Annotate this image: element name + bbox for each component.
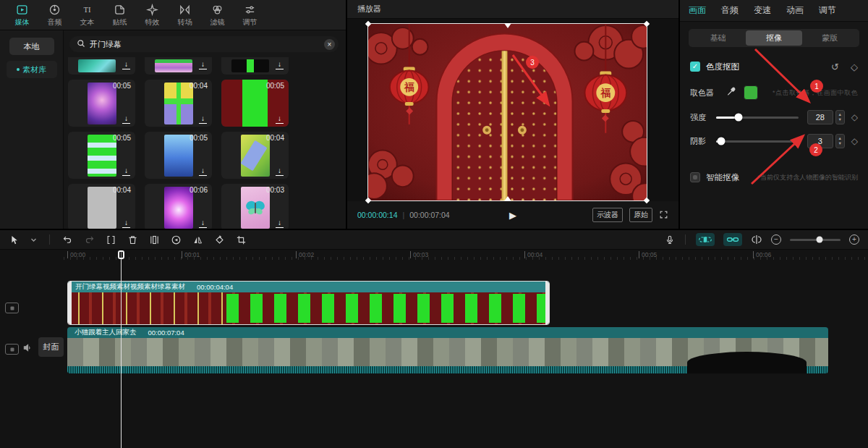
timeline-ruler[interactable]: 00:00 00:01 00:02 00:03 00:04 00:05 00:0… — [0, 250, 868, 261]
eyedropper-icon[interactable] — [726, 86, 736, 99]
strength-keyframe-icon[interactable]: ◇ — [851, 112, 858, 122]
download-icon[interactable]: ↓ — [122, 115, 130, 124]
download-icon[interactable]: ↓ — [122, 167, 130, 176]
shadow-slider-knob[interactable] — [717, 138, 725, 145]
strength-slider[interactable] — [716, 117, 799, 119]
freeze-frame-icon[interactable] — [149, 234, 160, 245]
picked-color-swatch[interactable] — [744, 85, 758, 100]
tab-adjustment[interactable]: 调节 — [819, 4, 836, 17]
library-item[interactable]: 00:05↓ — [68, 132, 135, 179]
selection-handle-top[interactable] — [504, 23, 511, 28]
library-item[interactable]: ↓ — [68, 57, 135, 75]
magnetic-snap-toggle[interactable] — [696, 233, 715, 246]
nav-local[interactable]: 本地 — [9, 38, 54, 55]
library-item[interactable]: 00:06↓ — [145, 184, 212, 229]
record-mic-icon[interactable] — [665, 234, 675, 245]
track1-toggle-icon[interactable] — [5, 303, 19, 313]
tab-speed[interactable]: 变速 — [754, 4, 771, 17]
chroma-key-checkbox[interactable]: ✓ — [690, 62, 700, 72]
preview-axis-icon[interactable] — [751, 234, 762, 245]
shadow-stepper[interactable]: ▲▼ — [835, 134, 845, 148]
tab-adjust[interactable]: 调节 — [234, 4, 266, 28]
smart-key-checkbox[interactable] — [690, 172, 700, 182]
download-icon[interactable]: ↓ — [122, 61, 130, 69]
tab-audio-settings[interactable]: 音频 — [721, 4, 739, 17]
shadow-slider[interactable] — [716, 140, 799, 143]
track2-mute-icon[interactable] — [22, 342, 33, 355]
download-icon[interactable]: ↓ — [199, 167, 207, 176]
subtab-basic[interactable]: 基础 — [690, 30, 746, 46]
select-tool-chevron-icon[interactable] — [30, 237, 37, 243]
strength-stepper[interactable]: ▲▼ — [835, 110, 845, 124]
download-icon[interactable]: ↓ — [276, 61, 284, 69]
delete-icon[interactable] — [127, 234, 138, 245]
undo-icon[interactable] — [62, 234, 73, 245]
crop-icon[interactable] — [236, 234, 247, 245]
download-icon[interactable]: ↓ — [199, 219, 207, 228]
library-item[interactable]: 00:04↓ — [221, 132, 289, 179]
scope-button[interactable]: 示波器 — [592, 208, 623, 222]
track2-toggle-icon[interactable] — [5, 344, 19, 355]
shadow-value[interactable]: 3 — [807, 134, 833, 148]
zoom-out-icon[interactable]: − — [771, 234, 781, 245]
timeline-zoom-knob[interactable] — [816, 237, 822, 243]
library-item[interactable]: 00:05↓ — [68, 80, 135, 127]
search-input[interactable] — [90, 40, 320, 48]
redo-icon[interactable] — [84, 234, 95, 245]
strength-value[interactable]: 28 — [807, 110, 833, 124]
select-tool-icon[interactable] — [9, 234, 20, 245]
split-icon[interactable] — [106, 234, 116, 245]
video-canvas[interactable]: 福 福 — [367, 23, 647, 201]
zoom-in-icon[interactable]: + — [849, 234, 859, 245]
search-clear-icon[interactable]: × — [324, 39, 335, 50]
tab-filters[interactable]: 滤镜 — [201, 4, 234, 28]
timeline-section: − + 00:00 00:01 00:02 00:03 00:04 00:05 … — [0, 230, 868, 448]
link-toggle[interactable] — [723, 233, 742, 246]
tab-transitions[interactable]: 转场 — [169, 4, 201, 28]
play-button[interactable]: ▶ — [509, 210, 516, 221]
reverse-icon[interactable] — [171, 234, 182, 245]
keyframe-icon[interactable]: ◇ — [851, 62, 858, 72]
tab-effects[interactable]: 特效 — [136, 4, 169, 28]
clip-cat-video[interactable]: 小猫跟着主人回家去 00:00:07:04 — [67, 327, 828, 373]
download-icon[interactable]: ↓ — [122, 219, 130, 228]
edit-tools — [9, 234, 247, 245]
playhead[interactable] — [121, 251, 122, 448]
timeline-zoom-slider[interactable] — [790, 239, 841, 241]
tab-text[interactable]: TI 文本 — [71, 4, 103, 28]
clip-green-door-header: 开门绿幕视频素材视频素材绿幕素材 00:00:04:04 — [68, 282, 549, 292]
download-icon[interactable]: ↓ — [199, 61, 207, 69]
selection-handle-bottom[interactable] — [504, 196, 511, 201]
download-icon[interactable]: ↓ — [199, 115, 207, 124]
download-icon[interactable]: ↓ — [276, 167, 284, 176]
download-icon[interactable]: ↓ — [276, 219, 284, 228]
fullscreen-icon[interactable] — [659, 210, 668, 221]
library-item[interactable]: 00:04↓ — [68, 184, 135, 229]
mirror-icon[interactable] — [192, 234, 203, 245]
download-icon[interactable]: ↓ — [276, 115, 284, 124]
cover-button[interactable]: 封面 — [38, 337, 64, 357]
library-item[interactable]: 00:04↓ — [145, 80, 212, 127]
library-item[interactable]: ↓ — [145, 57, 212, 75]
subtab-keying[interactable]: 抠像 — [746, 30, 801, 46]
tab-picture[interactable]: 画面 — [689, 4, 706, 17]
shadow-keyframe-icon[interactable]: ◇ — [851, 136, 858, 146]
tab-animation[interactable]: 动画 — [786, 4, 804, 17]
strength-row: 强度 28 ▲▼ ◇ — [680, 110, 868, 124]
tab-media[interactable]: 媒体 — [6, 4, 38, 28]
nav-library[interactable]: 素材库 — [7, 61, 57, 78]
library-item-green-door[interactable]: 00:05↓ — [221, 80, 289, 127]
original-button[interactable]: 原始 — [629, 208, 652, 222]
clip-green-door[interactable]: 开门绿幕视频素材视频素材绿幕素材 00:00:04:04 — [67, 281, 550, 325]
reset-icon[interactable]: ↺ — [831, 62, 839, 72]
library-item[interactable]: 00:03 ↓ — [221, 184, 289, 229]
playhead-handle[interactable] — [118, 250, 124, 259]
library-item[interactable]: ↓ — [221, 57, 289, 75]
tab-audio[interactable]: 音频 — [38, 4, 71, 28]
strength-slider-knob[interactable] — [734, 114, 742, 122]
library-item[interactable]: 00:05↓ — [145, 132, 212, 179]
adjust-icon — [244, 4, 256, 16]
subtab-mask[interactable]: 蒙版 — [802, 30, 858, 46]
rotate-icon[interactable] — [214, 234, 225, 245]
tab-sticker[interactable]: 贴纸 — [103, 4, 136, 28]
